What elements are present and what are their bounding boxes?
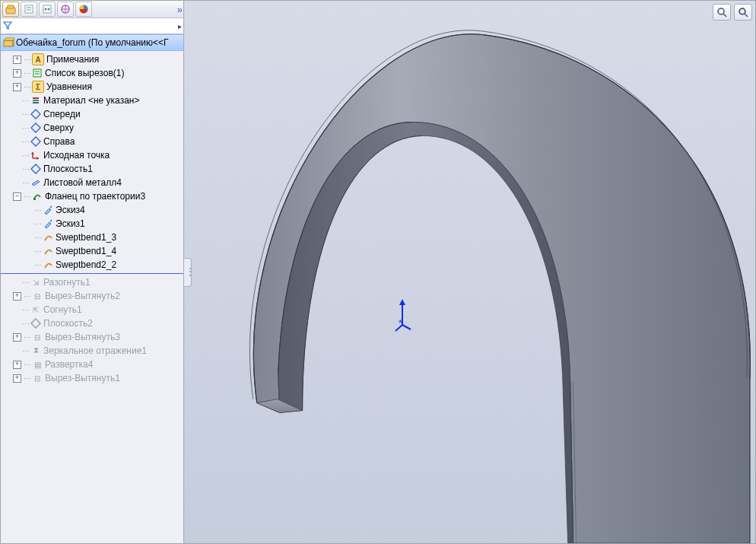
expand-icon[interactable]: + [13, 69, 21, 78]
tree-item-top[interactable]: ⋯Сверху [1, 121, 183, 135]
tree-root[interactable]: Обечайка_forum (По умолчанию<<Г [1, 34, 183, 51]
svg-marker-21 [37, 157, 39, 160]
tree-item-front[interactable]: ⋯Спереди [1, 107, 183, 121]
tree-item-cutextrude1[interactable]: +⋯⊟Вырез-Вытянуть1 [1, 371, 183, 385]
tree-item-label: Уравнения [46, 81, 92, 92]
tree-item-sketch1[interactable]: ⋯Эскиз1 [1, 217, 183, 231]
tree-item-plane2[interactable]: ⋯Плоскость2 [1, 317, 183, 330]
tree-item-sheetmetal4[interactable]: ⋯Листовой металл4 [1, 176, 183, 189]
tree-item-label: Примечания [46, 54, 99, 65]
tree-item-plane1[interactable]: ⋯Плоскость1 [1, 162, 183, 176]
panel-toolbar: » [1, 1, 183, 18]
svg-point-7 [48, 8, 50, 11]
svg-point-34 [718, 8, 724, 14]
tree-item-fold1[interactable]: ⋯⇱Согнуть1 [1, 303, 183, 317]
filter-input[interactable] [13, 20, 178, 32]
swept-icon [32, 191, 43, 202]
svg-marker-22 [31, 152, 34, 154]
expander-spacer [13, 138, 20, 145]
tree-item-sketch4[interactable]: ⋯Эскиз4 [1, 203, 183, 217]
tree-item-cutextrude2[interactable]: +⋯⊟Вырез-Вытянуть2 [1, 289, 183, 303]
tree-item-label: Фланец по траектории3 [45, 191, 145, 202]
tab-property-manager[interactable] [21, 2, 37, 17]
tree-connector: ⋯ [24, 69, 30, 78]
cutlist-icon [32, 68, 43, 78]
svg-rect-1 [8, 5, 14, 8]
tree-connector: ⋯ [22, 110, 29, 119]
tab-feature-tree[interactable] [2, 2, 19, 17]
model-render [185, 1, 755, 543]
tree-item-annotations[interactable]: +⋯AПримечания [1, 52, 183, 66]
tree-item-sb13[interactable]: ⋯Sweptbend1_3 [1, 231, 183, 244]
expand-icon[interactable]: + [13, 83, 21, 91]
view-toolbar [713, 4, 752, 21]
tab-configuration-manager[interactable] [39, 2, 56, 17]
tree-connector: ⋯ [34, 220, 41, 228]
part-icon [2, 36, 14, 50]
expander-spacer [25, 207, 32, 214]
svg-rect-38 [740, 9, 745, 14]
tree-connector: ⋯ [34, 206, 41, 215]
sketch-icon [43, 205, 53, 215]
tree-item-cutextrude3[interactable]: +⋯⊟Вырез-Вытянуть3 [1, 330, 183, 344]
plane-icon [30, 164, 41, 174]
tree-item-unfold1[interactable]: ⋯⇲Разогнуть1 [1, 275, 183, 289]
expand-icon[interactable]: + [13, 374, 21, 383]
tree-connector: ⋯ [22, 138, 29, 146]
svg-line-37 [745, 14, 748, 17]
expander-spacer [13, 180, 20, 186]
tree-item-sb22[interactable]: ⋯Sweptbend2_2 [1, 258, 183, 272]
expand-icon[interactable]: + [13, 333, 21, 342]
tab-dimxpert[interactable] [57, 2, 74, 17]
filter-dropdown-icon[interactable]: ▸ [178, 22, 182, 30]
tree-item-equations[interactable]: +⋯ΣУравнения [1, 80, 183, 94]
tree-item-origin[interactable]: ⋯Исходная точка [1, 148, 183, 162]
expand-icon[interactable]: + [13, 361, 21, 369]
tree-connector: ⋯ [22, 306, 29, 314]
expand-icon[interactable]: + [13, 292, 21, 301]
sheet-icon [30, 177, 41, 188]
tree-item-label: Плоскость2 [43, 318, 93, 329]
tree-connector: ⋯ [22, 320, 29, 328]
app-window: » ▸ Обечайка_forum (По умолчанию<<Г +⋯AП… [0, 0, 756, 544]
tree-item-label: Sweptbend2_2 [56, 259, 116, 270]
collapse-icon[interactable]: − [13, 192, 21, 201]
tree-item-label: Эскиз4 [56, 205, 85, 215]
tree-connector: ⋯ [22, 179, 29, 187]
tree-item-cutlist[interactable]: +⋯Список вырезов(1) [1, 66, 183, 80]
expand-icon[interactable]: + [13, 56, 21, 64]
svg-rect-13 [33, 69, 41, 77]
plane-g-icon [30, 318, 41, 329]
tree-connector: ⋯ [34, 234, 41, 242]
tree-item-material[interactable]: ⋯Материал <не указан> [1, 94, 183, 107]
fold-icon: ⇱ [30, 304, 41, 315]
plane-icon [30, 136, 41, 147]
flat-icon: ▤ [32, 359, 43, 370]
tree-connector: ⋯ [22, 124, 29, 132]
tree-item-label: Зеркальное отражение1 [43, 345, 147, 356]
expander-spacer [25, 234, 32, 241]
panel-overflow-button[interactable]: » [177, 4, 180, 15]
zoom-fit-button[interactable] [713, 4, 731, 21]
tree-item-label: Эскиз1 [56, 218, 85, 229]
tree-item-mirror1[interactable]: ⋯⧗Зеркальное отражение1 [1, 344, 183, 358]
sigma-icon: Σ [32, 81, 44, 93]
expander-spacer [13, 125, 20, 132]
panel-collapse-handle[interactable] [184, 258, 192, 287]
svg-line-24 [50, 206, 52, 208]
tree-connector: ⋯ [24, 83, 30, 91]
zoom-area-button[interactable] [734, 4, 752, 21]
tree-item-right[interactable]: ⋯Справа [1, 135, 183, 148]
tree-item-label: Плоскость1 [43, 164, 93, 174]
tree-item-flatpattern4[interactable]: +⋯▤Развертка4 [1, 358, 183, 371]
tree-connector: ⋯ [24, 374, 30, 383]
tab-render[interactable] [75, 2, 92, 17]
rollback-bar[interactable] [1, 273, 183, 274]
tree-item-sweptflange3[interactable]: −⋯Фланец по траектории3 [1, 189, 183, 203]
origin-triad-icon: * [392, 299, 415, 333]
tree-item-sb14[interactable]: ⋯Sweptbend1_4 [1, 244, 183, 258]
expander-spacer [25, 221, 32, 227]
tree-item-label: Вырез-Вытянуть3 [45, 332, 120, 342]
expander-spacer [25, 262, 32, 269]
viewport-3d[interactable]: * [185, 1, 755, 543]
